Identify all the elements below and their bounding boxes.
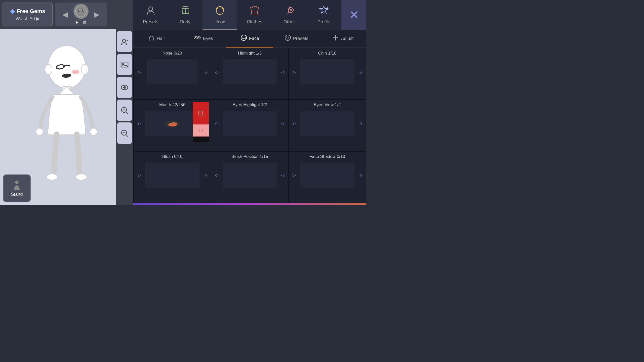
svg-point-15 [76,174,87,180]
stand-button[interactable]: Stand [3,174,31,202]
nose-preview [147,59,197,84]
blush-position-nav: ‹· ·› [211,161,288,190]
chin-cell: Chin 1/10 ‹· ·› [289,48,366,99]
sub-tab-hair[interactable]: Hair [133,30,180,48]
top-bar: ◆ Free Gems Watch Ad ▶ ◀ [0,0,133,29]
watch-ad-label: Watch Ad ▶ [16,16,39,21]
nav-controls: ◀ Fill in ▶ [55,3,107,26]
stand-label: Stand [11,192,23,197]
highlight-next-button[interactable]: ·› [277,66,288,78]
svg-point-14 [47,174,58,180]
add-person-button[interactable] [117,31,132,52]
sub-tab-eyes[interactable]: Eyes [180,30,226,48]
eyes-view-prev-button[interactable]: ‹· [289,117,300,129]
close-icon: ✕ [349,9,358,21]
eyes-highlight-header: Eyes Highlight 1/2 [211,100,288,109]
eyes-highlight-prev-button[interactable]: ‹· [211,117,223,129]
swatch-red [193,102,209,124]
sub-tab-adjust-label: Adjust [341,36,353,41]
fill-in-label: Fill in [76,20,86,25]
sub-tab-hair-label: Hair [157,36,165,41]
eyes-view-next-button[interactable]: ·› [354,117,366,129]
svg-line-25 [126,112,128,114]
svg-point-4 [83,10,84,11]
right-panel: Presets Body Head [133,0,366,205]
nose-nav: ‹· ·› [134,57,211,86]
chin-prev-button[interactable]: ‹· [289,66,300,78]
avatar-icon [73,4,89,19]
chin-next-button[interactable]: ·› [354,66,366,78]
tab-head[interactable]: Head [203,0,237,30]
tab-other[interactable]: Other [272,0,307,30]
zoom-out-button[interactable] [117,122,132,144]
svg-point-7 [81,64,88,74]
nose-header: Nose 0/20 [134,48,211,57]
free-gems-label: Free Gems [17,8,45,15]
mouth-prev-button[interactable]: ‹· [134,117,145,129]
svg-point-13 [90,128,97,135]
face-shadow-prev-button[interactable]: ‹· [289,169,300,181]
highlight-nav: ‹· ·› [211,57,288,86]
hair-icon [148,34,155,42]
mouth-preview [145,111,199,136]
eyes-highlight-next-button[interactable]: ·› [277,117,288,129]
tab-body[interactable]: Body [168,0,203,30]
sub-tab-presets[interactable]: Presets [273,30,320,48]
gem-icon: ◆ [10,8,15,15]
svg-point-43 [290,9,292,11]
sub-tab-adjust[interactable]: Adjust [320,30,366,48]
eyes-view-cell: Eyes View 1/2 ‹· ·› [289,100,366,151]
tab-profile[interactable]: Profile [306,0,341,30]
nose-prev-button[interactable]: ‹· [134,66,145,78]
svg-point-16 [123,39,126,42]
head-icon [215,5,225,17]
face-shadow-next-button[interactable]: ·› [354,169,366,181]
face-shadow-header: Face Shadow 0/10 [289,152,366,161]
svg-point-0 [75,6,87,17]
svg-point-53 [198,37,199,38]
close-button[interactable]: ✕ [341,0,366,30]
prev-character-button[interactable]: ◀ [60,9,70,20]
nose-next-button[interactable]: ·› [199,66,211,78]
sub-tab-face[interactable]: Face [226,30,273,48]
nose-cell: Nose 0/20 ‹· ·› [134,48,211,99]
eyes-highlight-cell: Eyes Highlight 1/2 ‹· ·› [211,100,288,151]
svg-point-51 [195,37,196,38]
clothes-icon [250,5,260,17]
blush-position-prev-button[interactable]: ‹· [211,169,223,181]
tab-presets[interactable]: Presets [133,0,168,30]
face-shadow-cell: Face Shadow 0/10 ‹· ·› [289,152,366,203]
image-button[interactable] [117,54,132,75]
next-character-button[interactable]: ▶ [92,9,102,20]
highlight-cell: Highlight 1/5 ‹· ·› [211,48,288,99]
svg-point-38 [149,7,153,11]
blush-preview [145,163,199,188]
tab-head-label: Head [215,19,225,25]
eye-button[interactable] [117,77,132,98]
zoom-in-button[interactable] [117,100,132,121]
tab-profile-label: Profile [317,19,330,25]
right-toolbar [116,29,133,205]
sub-tab-presets-label: Presets [293,36,308,41]
blush-prev-button[interactable]: ‹· [134,169,145,181]
blush-next-button[interactable]: ·› [199,169,211,181]
left-panel: ◆ Free Gems Watch Ad ▶ ◀ [0,0,133,205]
svg-point-22 [123,86,126,89]
svg-point-3 [79,10,80,11]
blush-position-cell: Blush Position 1/15 ‹· ·› [211,152,288,203]
blush-position-next-button[interactable]: ·› [277,169,288,181]
svg-point-57 [288,37,289,38]
highlight-prev-button[interactable]: ‹· [211,66,223,78]
top-nav: Presets Body Head [133,0,366,30]
eyes-view-header: Eyes View 1/2 [289,100,366,109]
svg-point-23 [125,86,126,87]
mouth-color-swatch[interactable] [193,102,209,142]
tab-body-label: Body [180,19,190,25]
tab-other-label: Other [284,19,295,25]
sub-tab-eyes-label: Eyes [203,36,213,41]
free-gems-button[interactable]: ◆ Free Gems Watch Ad ▶ [3,3,53,26]
face-icon [240,34,247,42]
svg-point-9 [72,70,79,74]
tab-clothes[interactable]: Clothes [237,0,272,30]
highlight-header: Highlight 1/5 [211,48,288,57]
